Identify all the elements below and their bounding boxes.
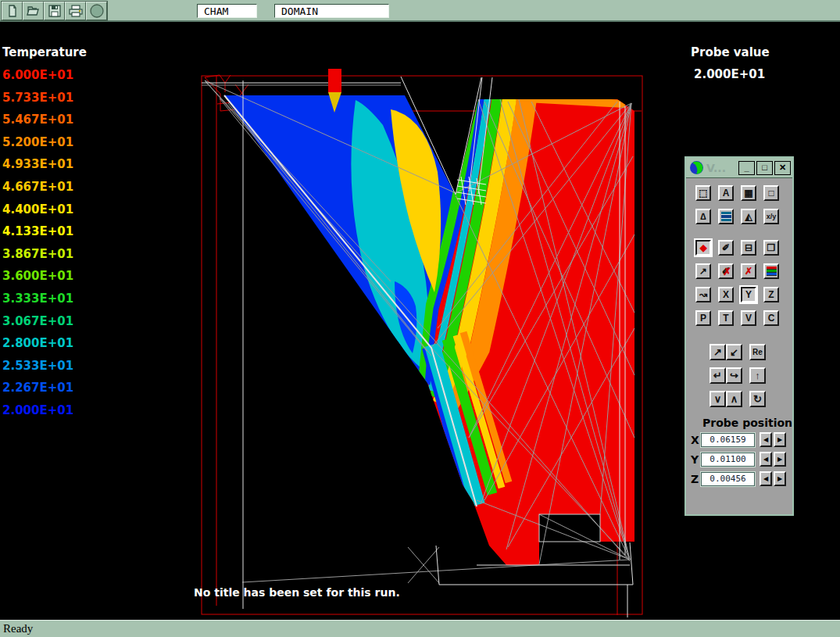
legend-entry: 4.933E+01: [2, 157, 73, 170]
mesh-pyramid-button[interactable]: ∆: [695, 209, 711, 224]
maximize-button[interactable]: □: [756, 161, 773, 175]
tilt-up-icon: ∧: [731, 394, 738, 404]
move-view-button[interactable]: ↗: [695, 263, 711, 279]
legend-entry: 3.333E+01: [2, 292, 73, 304]
probe-y-increment-button[interactable]: ▶: [774, 452, 786, 467]
panel-button-grid: ⬚A▦□∆◭x/y◆✐⊟❒↗✐✗✗↝XYZPTVC: [686, 178, 792, 326]
palette-body: ⬚A▦□∆◭x/y◆✐⊟❒↗✐✗✗↝XYZPTVC ↗↙Re↵↪↑∨∧↻ Pro…: [686, 178, 792, 515]
axis-y-icon: Y: [745, 290, 752, 299]
probe-position-row: Y◀▶: [691, 451, 792, 467]
palette-titlebar[interactable]: V... _□✕: [686, 158, 792, 178]
palette-button-row: ↝XYZ: [695, 287, 792, 302]
case-name-field[interactable]: [197, 4, 257, 18]
probe-y-input[interactable]: [701, 453, 755, 467]
outline-display-button[interactable]: □: [763, 185, 779, 201]
tilt-up-button[interactable]: ∧: [726, 391, 742, 407]
text-annotation-button[interactable]: A: [718, 185, 734, 201]
legend-title: Temperature: [2, 45, 87, 59]
slice-plane-button[interactable]: ◆: [695, 240, 711, 256]
palette-title: V...: [706, 162, 737, 174]
axis-x-icon: X: [723, 290, 729, 299]
probe-z-increment-button[interactable]: ▶: [774, 471, 786, 486]
palette-nav-row: ↗↙Re: [710, 344, 792, 361]
probe-x-input[interactable]: [701, 433, 755, 447]
legend-entry: 2.800E+01: [2, 336, 73, 349]
probe-pencil-button[interactable]: ✐: [718, 240, 734, 256]
probe-x-decrement-button[interactable]: ◀: [760, 432, 772, 447]
mesh-pyramid-icon: ∆: [700, 212, 706, 221]
view-mesh-square-button[interactable]: ⬚: [695, 185, 711, 201]
grid-display-button[interactable]: ▦: [741, 185, 756, 201]
zoom-out-button[interactable]: ↙: [726, 344, 742, 360]
slice-hide-button[interactable]: ✗: [741, 263, 756, 279]
record-button[interactable]: [86, 2, 107, 20]
palette-nav-row: ↵↪↑: [710, 367, 792, 385]
legend-entry: 3.067E+01: [2, 314, 73, 327]
var-velocity-button[interactable]: V: [741, 310, 756, 326]
palette-nav-row: ∨∧↻: [710, 391, 792, 408]
tilt-down-icon: ∨: [714, 394, 722, 404]
slice-section-button[interactable]: ⊟: [741, 240, 756, 256]
palette-button-row: ∆◭x/y: [695, 209, 792, 224]
var-concentration-button[interactable]: C: [763, 310, 779, 326]
axis-x-button[interactable]: X: [718, 287, 734, 302]
axis-z-icon: Z: [768, 290, 774, 299]
rotate-cw-button[interactable]: ↻: [749, 391, 766, 407]
grid-display-icon: ▦: [744, 188, 752, 198]
var-pressure-button[interactable]: P: [695, 310, 711, 326]
iso-surface-box-button[interactable]: ❒: [763, 240, 779, 256]
outline-display-icon: □: [768, 188, 774, 198]
legend-colors-button[interactable]: [763, 263, 779, 279]
legend-entry: 2.267E+01: [2, 381, 73, 393]
palette-button-row: PTVC: [695, 310, 792, 326]
close-button[interactable]: ✕: [774, 161, 791, 175]
legend-entry: 4.400E+01: [2, 202, 73, 215]
open-folder-icon: [27, 5, 41, 17]
probe-hide-button[interactable]: ✐✗: [718, 263, 734, 279]
save-file-button[interactable]: [44, 2, 65, 20]
new-file-button[interactable]: [2, 2, 23, 20]
axis-y-button[interactable]: Y: [741, 287, 756, 302]
domain-name-field[interactable]: [274, 4, 389, 18]
rotate-left-button[interactable]: ↵: [710, 367, 726, 384]
axis-z-button[interactable]: Z: [763, 287, 779, 302]
reset-view-button[interactable]: Re: [749, 344, 766, 360]
legend-entry: 5.733E+01: [2, 91, 73, 103]
vector-arrows-button[interactable]: ↝: [695, 287, 711, 302]
application-window: Temperature 6.000E+015.733E+015.467E+015…: [0, 0, 840, 637]
turn-up-button[interactable]: ↑: [749, 367, 766, 384]
legend-entry: 5.200E+01: [2, 135, 73, 148]
probe-y-decrement-button[interactable]: ◀: [760, 452, 772, 467]
print-button[interactable]: [65, 2, 86, 20]
probe-value-label: Probe value: [691, 45, 770, 59]
save-disk-icon: [48, 5, 61, 17]
probe-z-decrement-button[interactable]: ◀: [760, 471, 772, 486]
app-logo-icon: [689, 160, 704, 175]
probe-axis-label-y: Y: [691, 453, 701, 466]
tilt-down-button[interactable]: ∨: [710, 391, 726, 407]
surface-contour-button[interactable]: ◭: [741, 209, 756, 224]
printer-icon: [69, 5, 83, 17]
slice-hide-icon: ✗: [745, 267, 752, 276]
temperature-contours: [224, 95, 634, 565]
legend-entry: 3.600E+01: [2, 269, 73, 281]
var-velocity-icon: V: [745, 313, 752, 323]
var-pressure-icon: P: [700, 313, 706, 323]
legend-list: 6.000E+015.733E+015.467E+015.200E+014.93…: [2, 68, 73, 426]
zoom-in-button[interactable]: ↗: [710, 344, 726, 360]
var-temperature-button[interactable]: T: [718, 310, 734, 326]
probe-axis-label-z: Z: [691, 473, 701, 485]
rotate-right-icon: ↪: [730, 370, 738, 381]
turn-up-icon: ↑: [755, 370, 760, 381]
probe-z-input[interactable]: [701, 472, 755, 486]
toolbar-button-group: [1, 1, 108, 21]
slice-plane-icon: ◆: [699, 243, 706, 252]
rotate-right-button[interactable]: ↪: [726, 367, 742, 384]
text-annotation-icon: A: [723, 188, 730, 198]
minimize-button[interactable]: _: [738, 161, 755, 175]
axis-values-button[interactable]: x/y: [763, 209, 779, 224]
probe-x-increment-button[interactable]: ▶: [774, 432, 786, 447]
contour-fill-button[interactable]: [718, 209, 734, 224]
probe-position-label: Probe position: [702, 417, 792, 429]
open-file-button[interactable]: [23, 2, 44, 20]
